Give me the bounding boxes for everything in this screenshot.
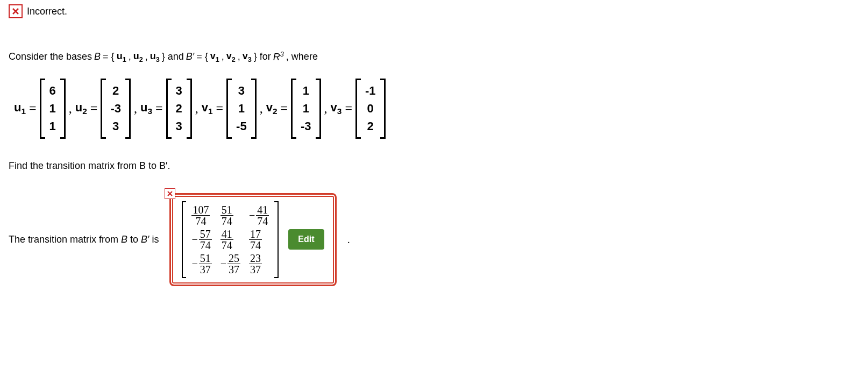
column-vector: 2-33	[101, 79, 131, 139]
space-R: R3	[273, 51, 284, 63]
equals-sign: =	[155, 101, 163, 116]
equals-sign: =	[280, 101, 288, 116]
equals-sign: =	[90, 101, 98, 116]
answer-row: The transition matrix from B to B′ is 10…	[9, 193, 859, 286]
comma: ,	[260, 101, 263, 116]
matrix-cell: −5137	[191, 253, 211, 275]
status-text: Incorrect.	[27, 6, 67, 17]
edit-button[interactable]: Edit	[288, 229, 324, 250]
problem-prompt: Consider the bases B = { u1 , u2 , u3 } …	[9, 51, 859, 63]
prompt-text: = {	[103, 51, 115, 62]
matrix-cell: 1774	[249, 229, 269, 251]
column-vector: -102	[355, 79, 386, 139]
basis-B: B	[94, 51, 101, 62]
period: .	[347, 233, 351, 246]
prompt-text: } and	[162, 51, 184, 62]
comma: ,	[145, 51, 148, 62]
answer-box-wrapper: 107745174−4174−577441741774−5137−2537233…	[169, 193, 336, 286]
answer-input-box[interactable]: 107745174−4174−577441741774−5137−2537233…	[169, 193, 336, 286]
prompt-text: = {	[196, 51, 208, 62]
vector-u2: u2	[133, 51, 143, 63]
comma: ,	[324, 101, 328, 116]
vector-v2: v2	[226, 51, 236, 63]
vector-label: u1	[14, 101, 26, 116]
vector-v3: v3	[243, 51, 252, 63]
matrix-cell: −5774	[191, 229, 211, 251]
comma: ,	[222, 51, 224, 62]
comma: ,	[238, 51, 240, 62]
column-vector: 323	[166, 79, 192, 139]
basis-Bprime: B′	[186, 51, 194, 62]
prompt-text: } for	[254, 51, 271, 62]
equals-sign: =	[345, 101, 352, 116]
column-vector: 11-3	[291, 79, 321, 139]
prompt-text: Consider the bases	[9, 51, 92, 62]
matrix-cell: −4174	[249, 204, 269, 226]
matrix-cell: 2337	[249, 253, 269, 275]
vector-label: v2	[266, 101, 278, 116]
instruction-text: Find the transition matrix from B to B′.	[9, 160, 859, 172]
matrix-cell: 10774	[191, 204, 211, 226]
vector-u3: u3	[150, 51, 160, 63]
prompt-text: , where	[286, 51, 318, 62]
comma: ,	[195, 101, 198, 116]
equals-sign: =	[29, 101, 37, 116]
matrix-cell: 5174	[220, 204, 240, 226]
vector-label: u3	[140, 101, 152, 116]
comma: ,	[134, 101, 137, 116]
vector-v1: v1	[210, 51, 219, 63]
vector-label: v1	[202, 101, 213, 116]
status-row: Incorrect.	[9, 4, 859, 18]
comma: ,	[129, 51, 131, 62]
matrix-cell: 4174	[220, 229, 240, 251]
equals-sign: =	[216, 101, 224, 116]
incorrect-icon	[9, 4, 23, 18]
column-vector: 611	[40, 79, 66, 139]
vector-definitions: u1 = 611, u2 = 2-33, u3 = 323, v1 = 31-5…	[14, 79, 859, 139]
incorrect-badge-icon	[165, 188, 175, 199]
column-vector: 31-5	[226, 79, 257, 139]
vector-label: v3	[331, 101, 342, 116]
vector-u1: u1	[117, 51, 126, 63]
matrix-cell: −2537	[220, 253, 240, 275]
vector-label: u2	[75, 101, 87, 116]
comma: ,	[69, 101, 72, 116]
answer-matrix: 107745174−4174−577441741774−5137−2537233…	[182, 201, 279, 278]
answer-lead: The transition matrix from B to B′ is	[9, 234, 159, 245]
